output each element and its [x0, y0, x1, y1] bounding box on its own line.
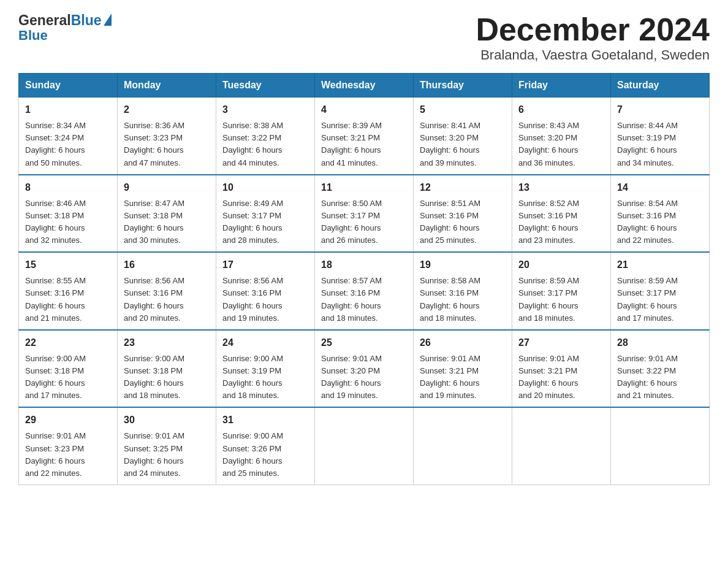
- week-row-4: 22Sunrise: 9:00 AMSunset: 3:18 PMDayligh…: [19, 330, 710, 408]
- calendar-cell: 22Sunrise: 9:00 AMSunset: 3:18 PMDayligh…: [19, 330, 118, 408]
- day-info: Sunrise: 8:51 AMSunset: 3:16 PMDaylight:…: [420, 197, 506, 247]
- logo: General Blue Blue: [18, 12, 112, 42]
- day-info: Sunrise: 8:55 AMSunset: 3:16 PMDaylight:…: [25, 275, 111, 324]
- calendar-body: 1Sunrise: 8:34 AMSunset: 3:24 PMDaylight…: [19, 98, 710, 485]
- calendar-cell: 9Sunrise: 8:47 AMSunset: 3:18 PMDaylight…: [118, 175, 216, 253]
- day-info: Sunrise: 9:01 AMSunset: 3:21 PMDaylight:…: [518, 353, 604, 402]
- day-info: Sunrise: 9:01 AMSunset: 3:21 PMDaylight:…: [420, 353, 506, 402]
- day-info: Sunrise: 8:38 AMSunset: 3:22 PMDaylight:…: [222, 120, 308, 169]
- day-info: Sunrise: 9:00 AMSunset: 3:26 PMDaylight:…: [222, 430, 308, 480]
- day-number: 25: [321, 335, 407, 350]
- calendar-cell: 11Sunrise: 8:50 AMSunset: 3:17 PMDayligh…: [315, 175, 414, 253]
- day-info: Sunrise: 8:56 AMSunset: 3:16 PMDaylight:…: [222, 275, 308, 324]
- column-header-saturday: Saturday: [611, 74, 710, 98]
- day-number: 16: [124, 258, 210, 272]
- day-number: 19: [420, 258, 506, 272]
- day-number: 24: [222, 335, 308, 350]
- day-number: 11: [321, 180, 407, 195]
- calendar-cell: [414, 407, 512, 484]
- calendar-cell: 12Sunrise: 8:51 AMSunset: 3:16 PMDayligh…: [414, 175, 512, 253]
- calendar-cell: 18Sunrise: 8:57 AMSunset: 3:16 PMDayligh…: [315, 252, 414, 330]
- day-info: Sunrise: 8:59 AMSunset: 3:17 PMDaylight:…: [617, 275, 703, 324]
- calendar-cell: 4Sunrise: 8:39 AMSunset: 3:21 PMDaylight…: [315, 98, 414, 175]
- calendar-cell: 19Sunrise: 8:58 AMSunset: 3:16 PMDayligh…: [414, 252, 512, 330]
- calendar-cell: 28Sunrise: 9:01 AMSunset: 3:22 PMDayligh…: [611, 330, 710, 408]
- day-number: 13: [518, 180, 604, 195]
- calendar-cell: 14Sunrise: 8:54 AMSunset: 3:16 PMDayligh…: [611, 175, 710, 253]
- calendar-cell: 16Sunrise: 8:56 AMSunset: 3:16 PMDayligh…: [118, 252, 216, 330]
- day-number: 15: [25, 258, 111, 272]
- day-info: Sunrise: 8:49 AMSunset: 3:17 PMDaylight:…: [222, 197, 308, 247]
- day-number: 6: [518, 102, 604, 117]
- day-number: 5: [420, 102, 506, 117]
- calendar-cell: 29Sunrise: 9:01 AMSunset: 3:23 PMDayligh…: [19, 407, 118, 484]
- day-info: Sunrise: 8:44 AMSunset: 3:19 PMDaylight:…: [617, 120, 703, 169]
- day-number: 21: [617, 258, 703, 272]
- day-info: Sunrise: 9:00 AMSunset: 3:19 PMDaylight:…: [222, 353, 308, 402]
- week-row-1: 1Sunrise: 8:34 AMSunset: 3:24 PMDaylight…: [19, 98, 710, 175]
- day-info: Sunrise: 8:59 AMSunset: 3:17 PMDaylight:…: [518, 275, 604, 324]
- calendar-cell: 17Sunrise: 8:56 AMSunset: 3:16 PMDayligh…: [216, 252, 315, 330]
- day-info: Sunrise: 8:50 AMSunset: 3:17 PMDaylight:…: [321, 197, 407, 247]
- calendar-cell: 26Sunrise: 9:01 AMSunset: 3:21 PMDayligh…: [414, 330, 512, 408]
- calendar-cell: 10Sunrise: 8:49 AMSunset: 3:17 PMDayligh…: [216, 175, 315, 253]
- day-info: Sunrise: 8:39 AMSunset: 3:21 PMDaylight:…: [321, 120, 407, 169]
- day-info: Sunrise: 9:01 AMSunset: 3:25 PMDaylight:…: [124, 430, 210, 480]
- calendar-table: SundayMondayTuesdayWednesdayThursdayFrid…: [18, 73, 710, 485]
- logo-blue-line: Blue: [18, 29, 48, 42]
- day-info: Sunrise: 9:01 AMSunset: 3:20 PMDaylight:…: [321, 353, 407, 402]
- day-number: 31: [222, 413, 308, 427]
- day-number: 26: [420, 335, 506, 350]
- day-info: Sunrise: 8:36 AMSunset: 3:23 PMDaylight:…: [124, 120, 210, 169]
- calendar-cell: 7Sunrise: 8:44 AMSunset: 3:19 PMDaylight…: [611, 98, 710, 175]
- day-info: Sunrise: 9:01 AMSunset: 3:22 PMDaylight:…: [617, 353, 703, 402]
- day-info: Sunrise: 9:00 AMSunset: 3:18 PMDaylight:…: [124, 353, 210, 402]
- column-header-monday: Monday: [118, 74, 216, 98]
- day-number: 29: [25, 413, 111, 427]
- day-number: 7: [617, 102, 703, 117]
- day-number: 1: [25, 102, 111, 117]
- calendar-cell: [611, 407, 710, 484]
- day-number: 12: [420, 180, 506, 195]
- day-info: Sunrise: 8:52 AMSunset: 3:16 PMDaylight:…: [518, 197, 604, 247]
- day-number: 9: [124, 180, 210, 195]
- calendar-cell: 21Sunrise: 8:59 AMSunset: 3:17 PMDayligh…: [611, 252, 710, 330]
- day-info: Sunrise: 8:41 AMSunset: 3:20 PMDaylight:…: [420, 120, 506, 169]
- day-info: Sunrise: 8:57 AMSunset: 3:16 PMDaylight:…: [321, 275, 407, 324]
- day-number: 2: [124, 102, 210, 117]
- day-info: Sunrise: 9:01 AMSunset: 3:23 PMDaylight:…: [25, 430, 111, 480]
- calendar-title: December 2024: [476, 12, 710, 47]
- column-header-wednesday: Wednesday: [315, 74, 414, 98]
- day-info: Sunrise: 8:46 AMSunset: 3:18 PMDaylight:…: [25, 197, 111, 247]
- day-number: 14: [617, 180, 703, 195]
- day-number: 20: [518, 258, 604, 272]
- calendar-cell: 20Sunrise: 8:59 AMSunset: 3:17 PMDayligh…: [512, 252, 611, 330]
- week-row-3: 15Sunrise: 8:55 AMSunset: 3:16 PMDayligh…: [19, 252, 710, 330]
- calendar-cell: 27Sunrise: 9:01 AMSunset: 3:21 PMDayligh…: [512, 330, 611, 408]
- column-header-tuesday: Tuesday: [216, 74, 315, 98]
- week-row-2: 8Sunrise: 8:46 AMSunset: 3:18 PMDaylight…: [19, 175, 710, 253]
- day-number: 28: [617, 335, 703, 350]
- day-info: Sunrise: 8:56 AMSunset: 3:16 PMDaylight:…: [124, 275, 210, 324]
- day-number: 30: [124, 413, 210, 427]
- calendar-cell: 23Sunrise: 9:00 AMSunset: 3:18 PMDayligh…: [118, 330, 216, 408]
- day-number: 23: [124, 335, 210, 350]
- day-info: Sunrise: 8:58 AMSunset: 3:16 PMDaylight:…: [420, 275, 506, 324]
- calendar-cell: 15Sunrise: 8:55 AMSunset: 3:16 PMDayligh…: [19, 252, 118, 330]
- calendar-cell: [315, 407, 414, 484]
- calendar-cell: 30Sunrise: 9:01 AMSunset: 3:25 PMDayligh…: [118, 407, 216, 484]
- day-number: 22: [25, 335, 111, 350]
- day-number: 4: [321, 102, 407, 117]
- day-number: 8: [25, 180, 111, 195]
- calendar-cell: 2Sunrise: 8:36 AMSunset: 3:23 PMDaylight…: [118, 98, 216, 175]
- day-number: 10: [222, 180, 308, 195]
- column-header-sunday: Sunday: [19, 74, 118, 98]
- logo-general-text: General: [18, 12, 71, 29]
- calendar-cell: 8Sunrise: 8:46 AMSunset: 3:18 PMDaylight…: [19, 175, 118, 253]
- column-header-thursday: Thursday: [414, 74, 512, 98]
- calendar-cell: 31Sunrise: 9:00 AMSunset: 3:26 PMDayligh…: [216, 407, 315, 484]
- calendar-cell: [512, 407, 611, 484]
- title-area: December 2024 Bralanda, Vaestra Goetalan…: [476, 12, 710, 63]
- day-info: Sunrise: 8:47 AMSunset: 3:18 PMDaylight:…: [124, 197, 210, 247]
- logo-blue-text: Blue: [71, 12, 102, 29]
